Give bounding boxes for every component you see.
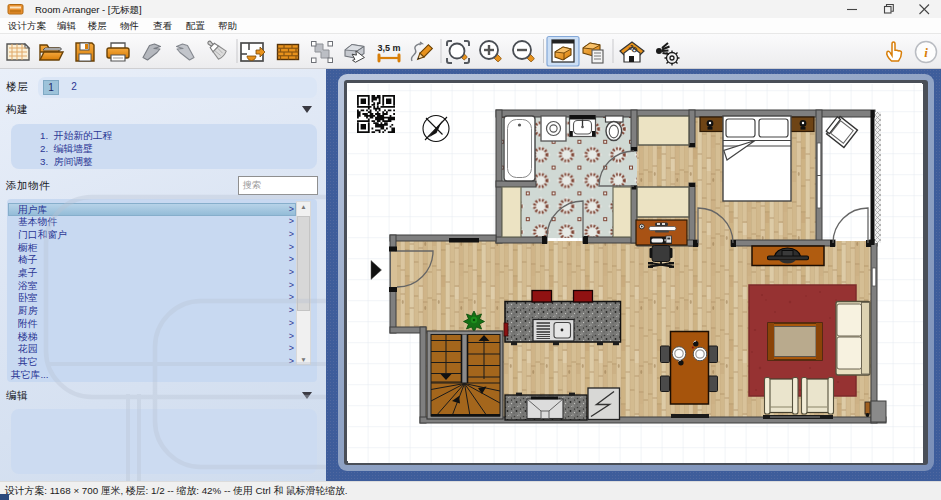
svg-text:3,5 m: 3,5 m [377, 43, 400, 53]
svg-text:i: i [924, 45, 928, 60]
